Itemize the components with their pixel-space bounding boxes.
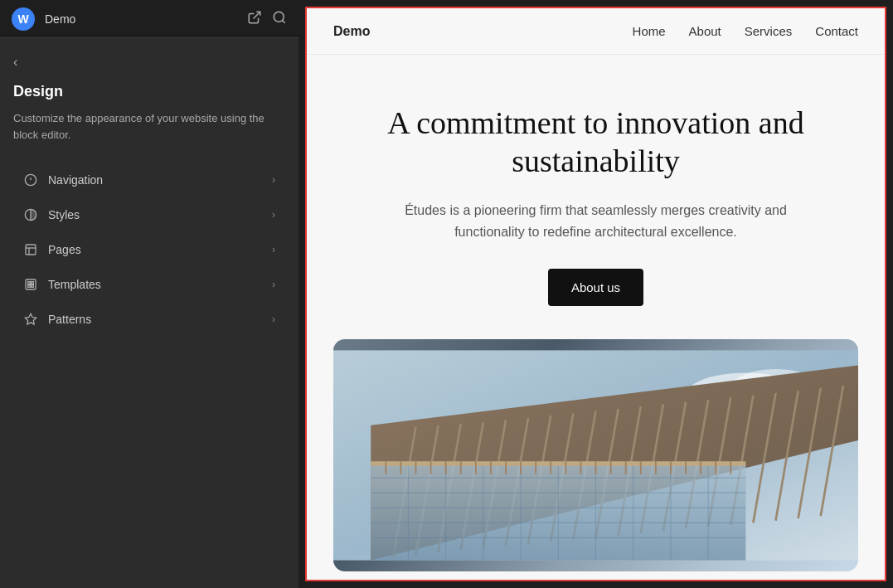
svg-line-0	[254, 12, 260, 18]
external-link-icon[interactable]	[247, 10, 262, 28]
svg-rect-10	[28, 282, 31, 284]
chevron-right-icon: ›	[272, 313, 275, 325]
templates-label: Templates	[48, 278, 101, 291]
preview-frame: Demo Home About Services Contact A commi…	[305, 7, 886, 581]
wp-logo[interactable]: W	[12, 7, 35, 31]
nav-services[interactable]: Services	[745, 24, 793, 38]
patterns-label: Patterns	[48, 313, 91, 326]
svg-line-2	[282, 20, 284, 22]
navigation-label: Navigation	[48, 173, 103, 187]
svg-rect-6	[26, 245, 36, 255]
sidebar: W Demo ‹ Design Customize th	[0, 0, 298, 588]
site-topbar: Demo Home About Services Contact	[307, 8, 885, 55]
nav-contact[interactable]: Contact	[815, 24, 858, 38]
templates-icon	[23, 277, 38, 292]
chevron-right-icon: ›	[272, 279, 275, 290]
svg-rect-12	[28, 285, 31, 288]
sidebar-item-navigation[interactable]: Navigation ›	[13, 163, 285, 197]
hero-image	[333, 339, 858, 571]
sidebar-item-patterns[interactable]: Patterns ›	[13, 302, 285, 337]
about-us-button[interactable]: About us	[548, 269, 643, 306]
panel-title: Design	[13, 83, 285, 100]
nav-about[interactable]: About	[689, 24, 721, 38]
site-nav: Home About Services Contact	[633, 24, 858, 38]
site-name-label: Demo	[45, 12, 75, 26]
chevron-right-icon: ›	[272, 174, 275, 186]
sidebar-content: ‹ Design Customize the appearance of you…	[0, 38, 298, 588]
styles-icon	[23, 207, 38, 222]
svg-point-1	[274, 12, 284, 22]
nav-home[interactable]: Home	[633, 24, 666, 38]
styles-label: Styles	[48, 208, 80, 221]
svg-rect-56	[371, 462, 745, 466]
sidebar-item-pages[interactable]: Pages ›	[13, 232, 285, 267]
search-icon[interactable]	[272, 10, 287, 28]
topbar: W Demo	[0, 0, 298, 38]
chevron-right-icon: ›	[272, 209, 275, 221]
back-button[interactable]: ‹	[13, 55, 285, 70]
pages-label: Pages	[48, 243, 81, 256]
preview-area: Demo Home About Services Contact A commi…	[298, 0, 893, 588]
chevron-right-icon: ›	[272, 244, 275, 255]
svg-rect-13	[32, 285, 34, 288]
pages-icon	[23, 242, 38, 257]
panel-description: Customize the appearance of your website…	[13, 110, 285, 143]
svg-rect-11	[32, 282, 34, 284]
svg-marker-14	[25, 313, 36, 324]
sidebar-item-templates[interactable]: Templates ›	[13, 267, 285, 302]
hero-section: A commitment to innovation and sustainab…	[307, 55, 885, 339]
topbar-icons	[247, 10, 287, 28]
hero-subtitle: Études is a pioneering firm that seamles…	[389, 200, 803, 242]
hero-title: A commitment to innovation and sustainab…	[364, 104, 828, 180]
sidebar-item-styles[interactable]: Styles ›	[13, 197, 285, 232]
back-arrow-icon: ‹	[13, 55, 17, 70]
site-logo: Demo	[333, 24, 370, 39]
navigation-icon	[23, 173, 38, 187]
patterns-icon	[23, 312, 38, 327]
